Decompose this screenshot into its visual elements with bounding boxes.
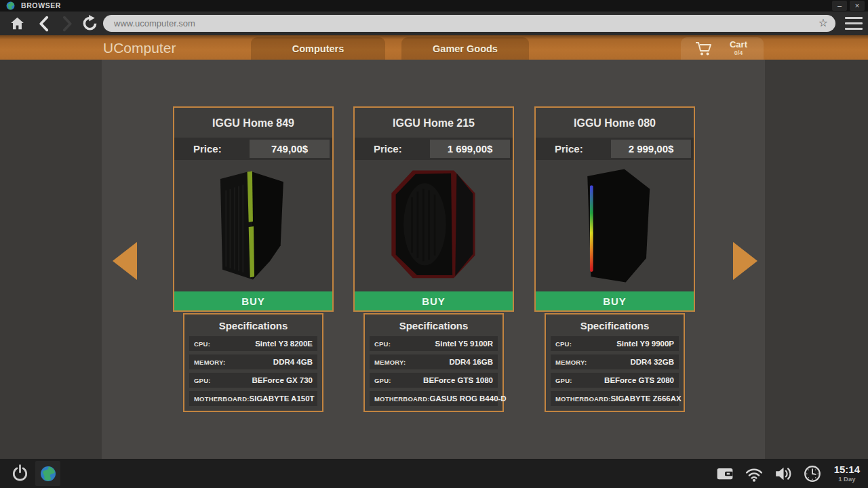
address-bar[interactable]: www.ucomputer.som ☆: [103, 15, 835, 32]
specs-panel: Specifications CPU: Sintel Y9 9900P MEMO…: [545, 313, 685, 412]
cart-label: Cart: [723, 39, 754, 49]
price-label: Price:: [374, 143, 402, 155]
close-button[interactable]: ×: [850, 1, 865, 11]
spec-row: MOTHERBOARD: SIGABYTE Z666AX: [551, 391, 679, 406]
arrow-left-icon[interactable]: [113, 242, 137, 280]
product-name: IGGU Home 080: [536, 108, 694, 138]
wallet-icon[interactable]: [716, 465, 734, 483]
price-row: Price: 2 999,00$: [536, 138, 694, 160]
tab-gamer-goods[interactable]: Gamer Goods: [401, 37, 529, 60]
cart-icon: [694, 41, 713, 57]
hamburger-menu-icon[interactable]: [845, 16, 863, 31]
buy-button[interactable]: BUY: [174, 291, 332, 310]
spec-row: MOTHERBOARD: SIGABYTE A150T: [189, 391, 317, 406]
specs-title: Specifications: [546, 314, 684, 336]
spec-row: MOTHERBOARD: GASUS ROG B440-D: [370, 391, 498, 406]
product-card: IGGU Home 215 Price: 1 699,00$ BUY: [353, 106, 514, 312]
clock-icon: [804, 465, 821, 483]
price-label: Price:: [193, 143, 222, 155]
home-icon[interactable]: [9, 15, 26, 32]
buy-button[interactable]: BUY: [355, 291, 513, 310]
pc-tower-green-led: [200, 162, 307, 289]
volume-icon[interactable]: [774, 465, 792, 483]
spec-row: GPU: BEForce GTS 1080: [370, 373, 498, 388]
cart-button[interactable]: Cart 0/4: [681, 37, 764, 60]
url-text: www.ucomputer.som: [114, 15, 195, 32]
clock-block: 15:14 1 Day: [834, 464, 860, 483]
spec-row: MEMORY: DDR4 4GB: [189, 354, 317, 369]
product-image: [174, 160, 332, 291]
globe-logo-icon: [6, 1, 15, 10]
buy-button[interactable]: BUY: [536, 291, 694, 310]
product-column: IGGU Home 080 Price: 2 999,00$: [534, 106, 695, 412]
spec-row: MEMORY: DDR4 16GB: [370, 354, 498, 369]
price-value: 2 999,00$: [611, 140, 691, 158]
product-card: IGGU Home 080 Price: 2 999,00$: [534, 106, 695, 312]
product-name: IGGU Home 849: [174, 108, 332, 138]
bookmark-star-icon[interactable]: ☆: [818, 15, 828, 31]
product-column: IGGU Home 215 Price: 1 699,00$ BUY Speci…: [353, 106, 514, 412]
tab-computers[interactable]: Computers: [251, 37, 385, 60]
window-titlebar: BROWSER – ×: [0, 0, 868, 12]
product-image: [355, 160, 513, 291]
clock-time: 15:14: [834, 464, 860, 475]
taskbar: 15:14 1 Day: [0, 459, 868, 488]
system-tray: 15:14 1 Day: [716, 459, 860, 488]
globe-icon: [40, 466, 56, 482]
browser-toolbar: www.ucomputer.som ☆: [0, 12, 868, 35]
product-image: [536, 160, 694, 291]
pc-tower-rgb-led: [561, 162, 669, 289]
specs-panel: Specifications CPU: Sintel Y5 9100R MEMO…: [363, 313, 504, 412]
power-icon[interactable]: [11, 464, 29, 483]
wifi-icon[interactable]: [745, 465, 763, 483]
arrow-right-icon[interactable]: [733, 242, 757, 280]
minimize-button[interactable]: –: [832, 1, 847, 11]
specs-panel: Specifications CPU: Sintel Y3 8200E MEMO…: [183, 313, 323, 412]
back-icon[interactable]: [36, 15, 53, 32]
spec-row: MEMORY: DDR4 32GB: [551, 354, 679, 369]
price-value: 749,00$: [250, 140, 330, 158]
spec-row: GPU: BEForce GTS 2080: [551, 373, 679, 388]
site-brand[interactable]: UComputer: [103, 35, 176, 61]
window-title: BROWSER: [21, 1, 61, 9]
cart-count: 0/4: [723, 49, 754, 56]
product-name: IGGU Home 215: [355, 108, 513, 138]
product-card: IGGU Home 849 Price: 749,00$ BUY: [173, 106, 334, 312]
price-row: Price: 749,00$: [174, 138, 332, 160]
pc-tower-red-trim: [380, 162, 488, 289]
spec-row: CPU: Sintel Y9 9900P: [551, 336, 679, 351]
price-label: Price:: [555, 143, 583, 155]
site-navbar: UComputer Computers Gamer Goods Cart 0/4: [0, 35, 868, 60]
price-value: 1 699,00$: [430, 140, 510, 158]
refresh-icon[interactable]: [81, 15, 98, 32]
specs-title: Specifications: [365, 314, 502, 336]
clock-day: 1 Day: [834, 475, 860, 483]
product-column: IGGU Home 849 Price: 749,00$ BUY Specifi…: [173, 106, 334, 412]
spec-row: CPU: Sintel Y3 8200E: [189, 336, 317, 351]
spec-row: CPU: Sintel Y5 9100R: [370, 336, 498, 351]
forward-icon[interactable]: [58, 15, 75, 32]
specs-title: Specifications: [184, 314, 322, 336]
screen: BROWSER – × www.ucomputer.som ☆ UCompute…: [0, 0, 868, 488]
spec-row: GPU: BEForce GX 730: [189, 373, 317, 388]
browser-app-icon[interactable]: [35, 461, 60, 486]
price-row: Price: 1 699,00$: [355, 138, 513, 160]
